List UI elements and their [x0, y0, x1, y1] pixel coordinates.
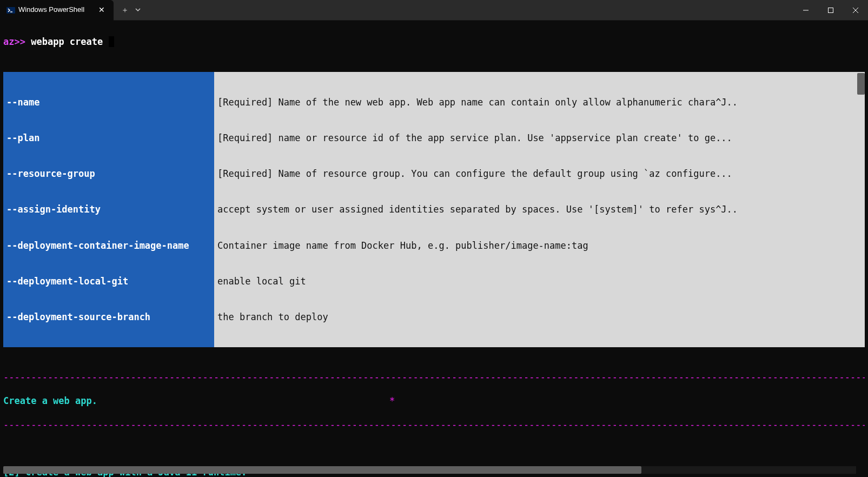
- completion-item[interactable]: --deployment-source-branch: [3, 311, 214, 323]
- svg-rect-3: [829, 8, 833, 12]
- tab-bar-controls: ＋: [114, 3, 144, 17]
- close-button[interactable]: [843, 0, 868, 21]
- new-tab-button[interactable]: ＋: [118, 3, 132, 17]
- prompt-line[interactable]: az>> webapp create: [3, 36, 865, 48]
- svg-rect-0: [6, 7, 15, 14]
- completion-dropdown[interactable]: --name --plan --resource-group --assign-…: [3, 72, 865, 347]
- command-text: webapp create: [31, 36, 103, 47]
- prompt-prefix: az>>: [3, 36, 25, 47]
- powershell-icon: [6, 6, 15, 15]
- tab-close-button[interactable]: ✕: [95, 5, 108, 15]
- window-controls: [793, 0, 868, 21]
- cursor: [109, 36, 114, 47]
- tab-title: Windows PowerShell: [18, 5, 92, 15]
- completion-desc: Container image name from Docker Hub, e.…: [214, 240, 865, 251]
- completion-desc: [Required] name or resource id of the ap…: [214, 132, 865, 144]
- maximize-button[interactable]: [818, 0, 843, 21]
- completion-desc: [Required] Name of the new web app. Web …: [214, 96, 865, 108]
- summary-text: Create a web app.: [3, 395, 97, 407]
- completion-desc: the branch to deploy: [214, 311, 865, 323]
- completion-item[interactable]: --deployment-local-git: [3, 275, 214, 287]
- completion-item[interactable]: --name: [3, 96, 214, 108]
- completion-flags: --name --plan --resource-group --assign-…: [3, 72, 214, 347]
- completion-scrollbar[interactable]: [857, 73, 865, 95]
- completion-item[interactable]: --resource-group: [3, 168, 214, 180]
- completion-item[interactable]: --deployment-container-image-name: [3, 240, 214, 251]
- summary-line: Create a web app.*: [3, 395, 865, 407]
- titlebar: Windows PowerShell ✕ ＋: [0, 0, 868, 21]
- completion-item[interactable]: --plan: [3, 132, 214, 144]
- tab-powershell[interactable]: Windows PowerShell ✕: [0, 0, 114, 21]
- star-icon: *: [389, 395, 395, 407]
- completion-descriptions: [Required] Name of the new web app. Web …: [214, 72, 865, 347]
- completion-desc: accept system or user assigned identitie…: [214, 203, 865, 215]
- minimize-button[interactable]: [793, 0, 818, 21]
- separator-line: ----------------------------------------…: [3, 419, 865, 430]
- separator-line: ----------------------------------------…: [3, 371, 865, 383]
- completion-desc: enable local git: [214, 275, 865, 287]
- terminal[interactable]: az>> webapp create --name --plan --resou…: [0, 21, 868, 477]
- tab-dropdown-button[interactable]: [132, 3, 144, 17]
- completion-item[interactable]: --assign-identity: [3, 203, 214, 215]
- horizontal-scrollbar-thumb[interactable]: [3, 466, 641, 474]
- completion-desc: [Required] Name of resource group. You c…: [214, 168, 865, 180]
